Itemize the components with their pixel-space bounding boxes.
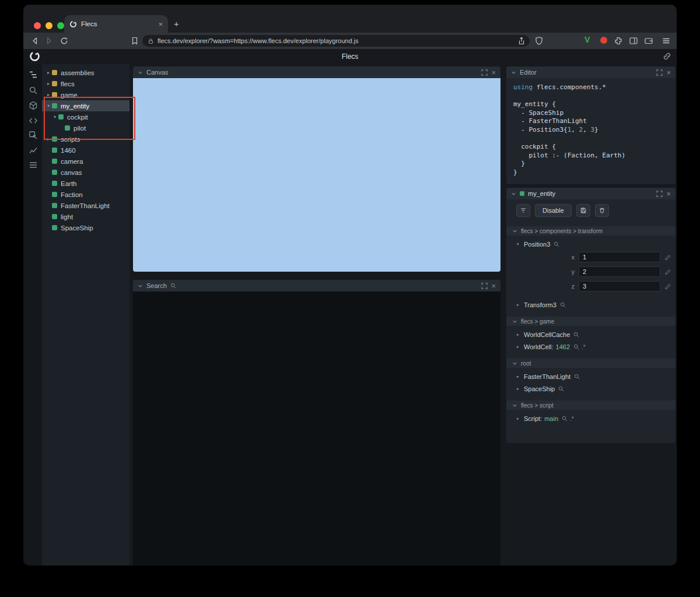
permalink-icon[interactable] bbox=[663, 52, 671, 61]
expander-icon[interactable]: ▸ bbox=[517, 332, 522, 337]
tree-item-game[interactable]: ▸game bbox=[42, 89, 130, 100]
search-icon[interactable] bbox=[574, 374, 580, 380]
code-editor[interactable]: using flecs.components.* my_entity { - S… bbox=[506, 78, 676, 177]
tree-item-scripts[interactable]: ▸scripts bbox=[42, 134, 130, 145]
search-icon[interactable] bbox=[554, 241, 559, 247]
close-panel-icon[interactable]: × bbox=[491, 69, 496, 76]
tree-item-camera[interactable]: camera bbox=[42, 156, 130, 167]
close-panel-icon[interactable]: × bbox=[666, 69, 671, 76]
search-icon[interactable] bbox=[573, 344, 579, 350]
chevron-down-icon[interactable] bbox=[511, 70, 516, 75]
search-icon[interactable] bbox=[562, 416, 568, 422]
expander-icon[interactable]: ▸ bbox=[46, 81, 51, 86]
close-tab-icon[interactable]: × bbox=[158, 20, 163, 28]
expander-icon[interactable]: ▾ bbox=[52, 114, 58, 120]
tree-item-canvas[interactable]: canvas bbox=[42, 167, 130, 178]
component-row[interactable]: ▸Script:main.* bbox=[506, 415, 676, 422]
forward-icon[interactable] bbox=[44, 36, 54, 45]
tree-item-Faction[interactable]: Faction bbox=[42, 189, 130, 200]
edit-icon[interactable] bbox=[664, 283, 671, 290]
share-icon[interactable] bbox=[517, 36, 526, 45]
expand-icon[interactable] bbox=[656, 69, 663, 76]
new-tab-button[interactable]: + bbox=[174, 19, 179, 29]
expand-icon[interactable] bbox=[481, 69, 488, 76]
back-icon[interactable] bbox=[30, 36, 40, 45]
component-row[interactable]: ▸WorldCellCache bbox=[506, 331, 676, 338]
component-group-header[interactable]: root bbox=[506, 359, 676, 368]
disable-button[interactable]: Disable bbox=[535, 204, 572, 217]
entity-tree-icon[interactable] bbox=[29, 70, 38, 79]
expander-icon[interactable]: ▸ bbox=[517, 416, 522, 421]
sidebar-toggle-icon[interactable] bbox=[629, 36, 638, 45]
expand-icon[interactable] bbox=[481, 283, 488, 289]
code-line: cockpit { bbox=[513, 143, 676, 152]
search-icon[interactable] bbox=[558, 386, 564, 392]
extension-red-icon[interactable] bbox=[600, 37, 607, 44]
browser-tab-flecs[interactable]: Flecs × bbox=[64, 15, 168, 33]
expander-icon[interactable]: ▸ bbox=[517, 303, 522, 307]
zoom-window-button[interactable] bbox=[57, 22, 64, 29]
tree-item-light[interactable]: light bbox=[42, 211, 130, 222]
tree-item-my_entity[interactable]: ▾my_entity bbox=[42, 100, 130, 111]
minimize-window-button[interactable] bbox=[46, 22, 52, 29]
component-row[interactable]: ▾Position3 bbox=[506, 241, 676, 248]
chevron-down-icon[interactable] bbox=[138, 283, 143, 289]
expander-icon[interactable]: ▸ bbox=[517, 345, 522, 349]
inspector-icon[interactable] bbox=[29, 131, 38, 140]
stats-chart-icon[interactable] bbox=[29, 145, 38, 154]
component-row[interactable]: ▸FasterThanLight bbox=[506, 373, 676, 380]
search-icon[interactable] bbox=[573, 332, 579, 338]
tree-item-flecs[interactable]: ▸flecs bbox=[42, 78, 130, 89]
edit-icon[interactable] bbox=[664, 254, 671, 261]
extensions-puzzle-icon[interactable] bbox=[614, 36, 623, 45]
component-group-header[interactable]: flecs > game bbox=[506, 317, 676, 326]
delete-button[interactable] bbox=[595, 204, 609, 217]
wallet-icon[interactable] bbox=[644, 36, 653, 45]
tree-item-pilot[interactable]: pilot bbox=[42, 122, 130, 134]
field-input-y[interactable] bbox=[579, 266, 660, 277]
tree-item-SpaceShip[interactable]: SpaceShip bbox=[42, 222, 130, 233]
component-row[interactable]: ▸WorldCell:1462.* bbox=[506, 343, 676, 350]
field-input-x[interactable] bbox=[579, 252, 660, 262]
render-canvas[interactable] bbox=[133, 78, 501, 272]
component-row[interactable]: ▸Transform3 bbox=[506, 301, 676, 308]
rows-list-icon[interactable] bbox=[29, 160, 38, 170]
expander-icon[interactable]: ▸ bbox=[46, 70, 51, 75]
save-button[interactable] bbox=[576, 204, 590, 217]
expander-icon[interactable]: ▾ bbox=[46, 103, 51, 108]
expander-icon[interactable]: ▸ bbox=[517, 374, 522, 379]
chevron-down-icon[interactable] bbox=[138, 70, 143, 75]
tree-item-assemblies[interactable]: ▸assemblies bbox=[42, 67, 130, 78]
close-window-button[interactable] bbox=[34, 22, 41, 29]
expander-icon[interactable]: ▸ bbox=[517, 387, 522, 391]
query-search-icon[interactable] bbox=[29, 86, 38, 95]
expander-icon[interactable]: ▾ bbox=[517, 242, 522, 247]
address-bar[interactable]: flecs.dev/explorer/?wasm=https://www.fle… bbox=[142, 35, 530, 47]
component-group-header[interactable]: flecs > components > transform bbox=[506, 226, 676, 236]
tree-item-1460[interactable]: 1460 bbox=[42, 145, 130, 156]
expander-icon[interactable]: ▸ bbox=[46, 92, 51, 97]
scene-cube-icon[interactable] bbox=[29, 101, 38, 110]
tree-item-label: cockpit bbox=[67, 114, 88, 121]
field-input-z[interactable] bbox=[579, 281, 660, 292]
filter-button[interactable] bbox=[516, 204, 530, 217]
close-panel-icon[interactable]: × bbox=[666, 190, 671, 198]
search-icon[interactable] bbox=[560, 302, 566, 308]
tree-item-Earth[interactable]: Earth bbox=[42, 178, 130, 189]
edit-icon[interactable] bbox=[664, 269, 671, 275]
field-row: x bbox=[506, 252, 676, 262]
tree-item-FasterThanLight[interactable]: FasterThanLight bbox=[42, 200, 130, 211]
component-row[interactable]: ▸SpaceShip bbox=[506, 385, 676, 392]
reload-icon[interactable] bbox=[60, 36, 69, 45]
bookmark-icon[interactable] bbox=[130, 36, 139, 45]
tree-item-cockpit[interactable]: ▾cockpit bbox=[42, 111, 130, 122]
menu-hamburger-icon[interactable] bbox=[662, 36, 671, 45]
close-panel-icon[interactable]: × bbox=[491, 282, 496, 290]
component-group-header[interactable]: flecs > script bbox=[506, 401, 676, 410]
expander-icon[interactable]: ▸ bbox=[46, 136, 51, 142]
brave-shield-icon[interactable] bbox=[534, 36, 544, 45]
expand-icon[interactable] bbox=[656, 191, 663, 197]
code-icon[interactable] bbox=[29, 116, 38, 125]
chevron-down-icon[interactable] bbox=[511, 191, 516, 196]
vue-devtools-extension-icon[interactable]: V bbox=[584, 35, 590, 44]
